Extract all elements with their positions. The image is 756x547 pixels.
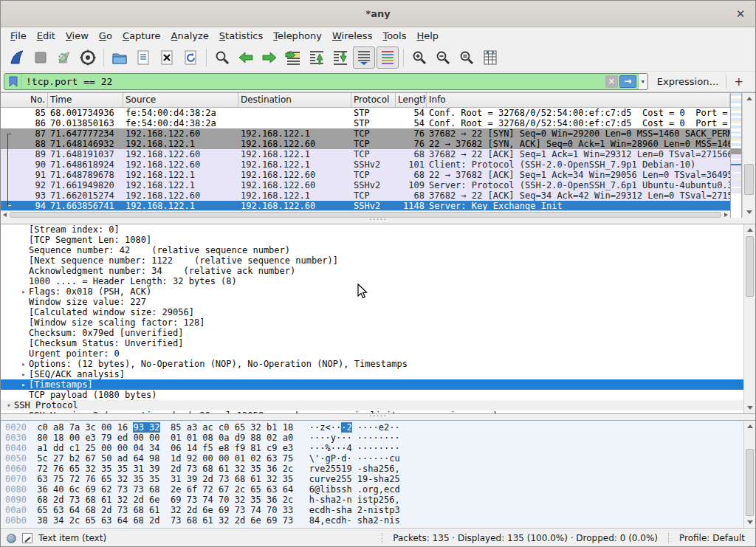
- capture-comment-icon[interactable]: [22, 533, 32, 543]
- column-header-protocol[interactable]: Protocol: [351, 93, 396, 107]
- zoom-100-button[interactable]: [456, 47, 478, 69]
- packet-row-92[interactable]: 9271.661949820192.168.122.1192.168.122.6…: [1, 180, 730, 190]
- scroll-up-arrow-icon[interactable]: [747, 228, 753, 232]
- detail-line[interactable]: [Next sequence number: 1122 (relative se…: [1, 255, 755, 266]
- scroll-up-arrow-icon[interactable]: [747, 424, 753, 428]
- go-forward-button[interactable]: [258, 47, 281, 69]
- detail-line[interactable]: [Window size scaling factor: 128]: [1, 317, 755, 328]
- menu-wireless[interactable]: Wireless: [327, 29, 377, 43]
- hex-row[interactable]: 0090 68 2d 73 68 61 32 2d 6e 69 73 74 70…: [1, 495, 755, 505]
- close-button[interactable]: ✕: [733, 7, 748, 21]
- detail-line[interactable]: ▸Flags: 0x018 (PSH, ACK): [1, 286, 755, 297]
- capture-options-button[interactable]: [77, 47, 99, 69]
- vscroll-thumb[interactable]: [744, 164, 754, 195]
- hscroll-thumb[interactable]: [10, 212, 721, 218]
- zoom-in-button[interactable]: [408, 47, 430, 69]
- packet-row-85[interactable]: 8568.001734936fe:54:00:d4:38:2aSTP54Conf…: [1, 108, 730, 118]
- packet-list-header[interactable]: No.TimeSourceDestinationProtocolLengthIn…: [1, 93, 730, 108]
- bytes-vscrollbar[interactable]: [743, 421, 755, 528]
- expander-icon[interactable]: ▾: [4, 400, 14, 410]
- open-file-button[interactable]: [109, 47, 131, 69]
- expander-icon[interactable]: ▸: [18, 379, 29, 390]
- filter-apply-icon[interactable]: →: [619, 75, 636, 88]
- packet-row-91[interactable]: 9171.648789678192.168.122.1192.168.122.6…: [1, 170, 730, 180]
- column-header-info[interactable]: Info: [427, 93, 730, 107]
- intelligent-scrollbar-minimap[interactable]: [730, 93, 742, 218]
- scroll-down-arrow-icon[interactable]: [747, 520, 753, 524]
- column-header-no[interactable]: No.: [1, 93, 48, 107]
- restart-capture-button[interactable]: [53, 47, 75, 69]
- packet-list-hscrollbar[interactable]: [1, 210, 730, 218]
- menu-view[interactable]: View: [61, 29, 94, 43]
- column-header-source[interactable]: Source: [123, 93, 238, 107]
- add-filter-button[interactable]: +: [726, 75, 751, 89]
- display-filter-input[interactable]: [22, 76, 605, 87]
- save-file-button[interactable]: [132, 47, 154, 69]
- packet-row-87[interactable]: 8771.647777234192.168.122.60192.168.122.…: [1, 128, 730, 139]
- hex-row[interactable]: 00a0 65 63 64 68 2d 73 68 61 32 2d 6e 69…: [1, 505, 755, 515]
- expander-icon[interactable]: ▸: [18, 369, 29, 379]
- zoom-out-button[interactable]: [432, 47, 454, 69]
- display-filter-field[interactable]: ✕ → ▾: [4, 73, 648, 90]
- colorize-packets-button[interactable]: [377, 47, 399, 69]
- menu-help[interactable]: Help: [411, 29, 444, 43]
- column-header-destination[interactable]: Destination: [238, 93, 351, 107]
- hex-row[interactable]: 0020 c0 a8 7a 3c 00 16 93 32 85 a3 ac c0…: [1, 422, 755, 433]
- scroll-right-arrow-icon[interactable]: [724, 213, 728, 217]
- menu-go[interactable]: Go: [94, 29, 117, 43]
- detail-line[interactable]: Sequence number: 42 (relative sequence n…: [1, 245, 755, 255]
- hex-row[interactable]: 0050 5c 27 b2 67 50 ad 64 98 1d 92 00 00…: [1, 453, 755, 464]
- packet-row-94[interactable]: 9471.663856741192.168.122.1192.168.122.6…: [1, 201, 730, 210]
- pane-splitter[interactable]: [1, 218, 755, 224]
- detail-line[interactable]: 1000 .... = Header Length: 32 bytes (8): [1, 276, 755, 286]
- hex-row[interactable]: 0060 72 76 65 32 35 35 31 39 2d 73 68 61…: [1, 464, 755, 474]
- details-vscrollbar[interactable]: [743, 224, 755, 413]
- menu-tools[interactable]: Tools: [377, 29, 411, 43]
- packet-row-90[interactable]: 9071.648618924192.168.122.60192.168.122.…: [1, 159, 730, 170]
- packet-row-89[interactable]: 8971.648191037192.168.122.60192.168.122.…: [1, 149, 730, 159]
- detail-line[interactable]: [TCP Segment Len: 1080]: [1, 235, 755, 245]
- hex-row[interactable]: 00b0 38 34 2c 65 63 64 68 2d 73 68 61 32…: [1, 515, 755, 526]
- hex-row[interactable]: 0070 63 75 72 76 65 32 35 35 31 39 2d 73…: [1, 474, 755, 484]
- go-first-packet-button[interactable]: [306, 47, 328, 69]
- detail-line[interactable]: Urgent pointer: 0: [1, 348, 755, 359]
- detail-line[interactable]: ▸[SEQ/ACK analysis]: [1, 369, 755, 379]
- pane-splitter[interactable]: [1, 414, 755, 420]
- detail-line[interactable]: ▸[Timestamps]: [1, 379, 755, 390]
- menu-statistics[interactable]: Statistics: [214, 29, 268, 43]
- expression-button[interactable]: Expression…: [648, 76, 726, 87]
- packet-row-93[interactable]: 9371.662015274192.168.122.60192.168.122.…: [1, 190, 730, 201]
- packet-row-88[interactable]: 8871.648146932192.168.122.1192.168.122.6…: [1, 139, 730, 149]
- find-packet-button[interactable]: [211, 47, 233, 69]
- menu-edit[interactable]: Edit: [32, 29, 61, 43]
- menu-telephony[interactable]: Telephony: [268, 29, 327, 43]
- menu-analyze[interactable]: Analyze: [166, 29, 214, 43]
- reload-file-button[interactable]: [179, 47, 202, 69]
- hex-row[interactable]: 0080 36 40 6c 69 62 73 73 68 2e 6f 72 67…: [1, 484, 755, 495]
- expert-info-icon[interactable]: [7, 534, 16, 543]
- detail-line[interactable]: Acknowledgment number: 34 (relative ack …: [1, 266, 755, 276]
- detail-line[interactable]: Window size value: 227: [1, 297, 755, 307]
- filter-bookmark-icon[interactable]: [4, 74, 22, 89]
- hex-row[interactable]: 0040 a1 dd c1 25 00 00 04 34 06 14 f5 e8…: [1, 443, 755, 453]
- bytes-vscroll-thumb[interactable]: [746, 449, 754, 516]
- detail-line[interactable]: ▸Options: (12 bytes), No-Operation (NOP)…: [1, 359, 755, 369]
- column-header-length[interactable]: Length: [396, 93, 427, 107]
- start-capture-button[interactable]: [6, 47, 28, 69]
- details-vscroll-thumb[interactable]: [746, 236, 754, 297]
- detail-line[interactable]: [Checksum Status: Unverified]: [1, 338, 755, 348]
- expander-icon[interactable]: ▸: [18, 286, 29, 297]
- filter-clear-icon[interactable]: ✕: [605, 75, 618, 88]
- column-header-time[interactable]: Time: [48, 93, 123, 107]
- detail-line[interactable]: TCP payload (1080 bytes): [1, 390, 755, 400]
- expander-icon[interactable]: ▸: [18, 359, 29, 369]
- scroll-up-arrow-icon[interactable]: [746, 97, 752, 100]
- profile-text[interactable]: Profile: Default: [668, 533, 752, 543]
- stop-capture-button[interactable]: [30, 47, 52, 69]
- go-last-packet-button[interactable]: [329, 47, 351, 69]
- packet-row-86[interactable]: 8670.013850163fe:54:00:d4:38:2aSTP54Conf…: [1, 118, 730, 128]
- packet-list-vscrollbar[interactable]: [742, 93, 755, 218]
- auto-scroll-button[interactable]: [353, 47, 375, 69]
- go-to-packet-button[interactable]: [282, 47, 304, 69]
- scroll-down-arrow-icon[interactable]: [747, 406, 753, 410]
